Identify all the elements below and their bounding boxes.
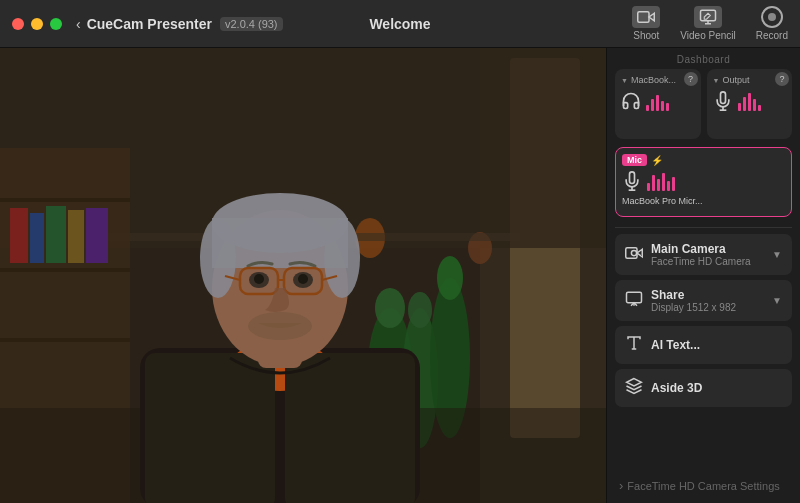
mic-card[interactable]: Mic ⚡ bbox=[615, 147, 792, 217]
svg-point-34 bbox=[200, 218, 236, 298]
settings-link[interactable]: FaceTime HD Camera Settings bbox=[615, 472, 792, 499]
svg-rect-16 bbox=[0, 198, 130, 202]
camera-icon bbox=[625, 244, 643, 266]
divider bbox=[615, 227, 792, 228]
level-bars-output bbox=[738, 91, 761, 111]
shoot-icon bbox=[632, 6, 660, 28]
chevron-icon: ▼ bbox=[772, 249, 782, 260]
source-row-text[interactable]: AI Text... bbox=[615, 326, 792, 364]
mic-card-icon bbox=[622, 169, 642, 193]
triangle-icon: ▼ bbox=[621, 77, 628, 84]
question-badge-output: ? bbox=[775, 72, 789, 86]
shoot-label: Shoot bbox=[633, 30, 659, 41]
record-button[interactable]: Record bbox=[756, 6, 788, 41]
mic-name: MacBook Pro Micr... bbox=[622, 196, 785, 206]
minimize-button[interactable] bbox=[31, 18, 43, 30]
right-panel: Dashboard ? ▼ MacBook... bbox=[606, 48, 800, 503]
mic-lightning-icon: ⚡ bbox=[651, 155, 663, 166]
svg-rect-1 bbox=[701, 10, 716, 21]
titlebar-actions: Shoot Video Pencil Record bbox=[632, 6, 788, 41]
camera-area bbox=[0, 48, 606, 503]
share-text: Share Display 1512 x 982 bbox=[651, 288, 764, 313]
record-label: Record bbox=[756, 30, 788, 41]
close-button[interactable] bbox=[12, 18, 24, 30]
mic-tag: Mic bbox=[622, 154, 647, 166]
main-camera-sub: FaceTime HD Camera bbox=[651, 256, 764, 267]
svg-rect-19 bbox=[10, 208, 28, 263]
text-icon bbox=[625, 334, 643, 356]
main-camera-name: Main Camera bbox=[651, 242, 764, 256]
svg-point-9 bbox=[408, 292, 432, 328]
aside-3d-name: Aside 3D bbox=[651, 381, 782, 395]
card-body bbox=[621, 89, 695, 113]
level-bars-mic bbox=[647, 171, 675, 191]
headphone-icon bbox=[621, 89, 641, 113]
svg-rect-22 bbox=[68, 210, 84, 263]
svg-point-43 bbox=[254, 274, 264, 284]
video-pencil-icon bbox=[694, 6, 722, 28]
svg-rect-17 bbox=[0, 268, 130, 272]
svg-point-44 bbox=[298, 274, 308, 284]
record-icon bbox=[758, 6, 786, 28]
main-content: Dashboard ? ▼ MacBook... bbox=[0, 48, 800, 503]
aside-3d-icon bbox=[625, 377, 643, 399]
maximize-button[interactable] bbox=[50, 18, 62, 30]
svg-rect-52 bbox=[627, 292, 642, 303]
source-row-aside-3d[interactable]: Aside 3D bbox=[615, 369, 792, 407]
main-camera-text: Main Camera FaceTime HD Camera bbox=[651, 242, 764, 267]
scene-svg bbox=[0, 48, 606, 503]
video-pencil-button[interactable]: Video Pencil bbox=[680, 6, 735, 41]
svg-point-11 bbox=[437, 256, 463, 300]
audio-card-output[interactable]: ? ▼ Output bbox=[707, 69, 793, 139]
chevron-icon-share: ▼ bbox=[772, 295, 782, 306]
traffic-lights bbox=[12, 18, 62, 30]
svg-marker-56 bbox=[627, 379, 642, 387]
video-pencil-label: Video Pencil bbox=[680, 30, 735, 41]
camera-feed bbox=[0, 48, 606, 503]
titlebar: ‹ CueCam Presenter v2.0.4 (93) Welcome S… bbox=[0, 0, 800, 48]
version-badge: v2.0.4 (93) bbox=[220, 17, 283, 31]
text-row-text: AI Text... bbox=[651, 338, 782, 352]
source-rows: Main Camera FaceTime HD Camera ▼ Share D… bbox=[607, 234, 800, 468]
shoot-button[interactable]: Shoot bbox=[632, 6, 660, 41]
app-title: CueCam Presenter bbox=[87, 16, 212, 32]
dashboard-label: Dashboard bbox=[607, 48, 800, 69]
source-row-main-camera[interactable]: Main Camera FaceTime HD Camera ▼ bbox=[615, 234, 792, 275]
source-row-share[interactable]: Share Display 1512 x 982 ▼ bbox=[615, 280, 792, 321]
triangle-icon: ▼ bbox=[713, 77, 720, 84]
monitor-icon bbox=[625, 290, 643, 312]
svg-point-45 bbox=[248, 312, 312, 340]
svg-rect-21 bbox=[46, 206, 66, 263]
mic-body bbox=[622, 169, 785, 193]
mic-section: Mic ⚡ bbox=[607, 147, 800, 225]
page-title: Welcome bbox=[369, 16, 430, 32]
audio-card-macbook[interactable]: ? ▼ MacBook... bbox=[615, 69, 701, 139]
question-badge: ? bbox=[684, 72, 698, 86]
svg-point-35 bbox=[324, 218, 360, 298]
mic-icon bbox=[713, 89, 733, 113]
svg-rect-0 bbox=[638, 12, 649, 23]
bottom-area: FaceTime HD Camera Settings bbox=[607, 468, 800, 503]
aside-3d-text: Aside 3D bbox=[651, 381, 782, 395]
text-row-name: AI Text... bbox=[651, 338, 782, 352]
svg-rect-28 bbox=[145, 353, 275, 503]
level-bars-macbook bbox=[646, 91, 669, 111]
mic-label-row: Mic ⚡ bbox=[622, 154, 785, 166]
svg-rect-29 bbox=[285, 353, 415, 503]
svg-point-7 bbox=[375, 288, 405, 328]
svg-rect-23 bbox=[86, 208, 108, 263]
share-sub: Display 1512 x 982 bbox=[651, 302, 764, 313]
back-button[interactable]: ‹ bbox=[76, 16, 81, 32]
share-name: Share bbox=[651, 288, 764, 302]
audio-section: ? ▼ MacBook... bbox=[607, 69, 800, 147]
svg-rect-20 bbox=[30, 213, 44, 263]
card-body-output bbox=[713, 89, 787, 113]
svg-rect-18 bbox=[0, 338, 130, 342]
